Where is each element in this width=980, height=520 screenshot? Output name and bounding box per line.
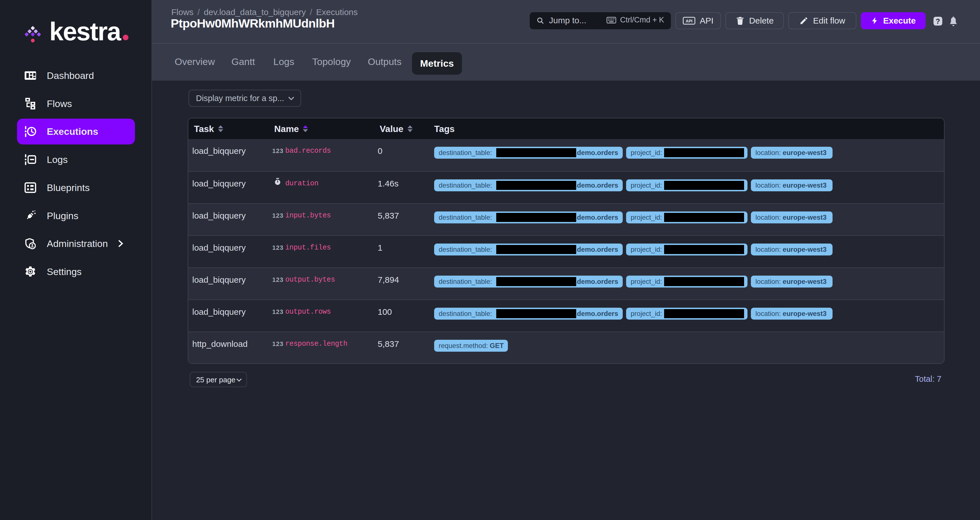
svg-text:API: API bbox=[686, 19, 692, 23]
